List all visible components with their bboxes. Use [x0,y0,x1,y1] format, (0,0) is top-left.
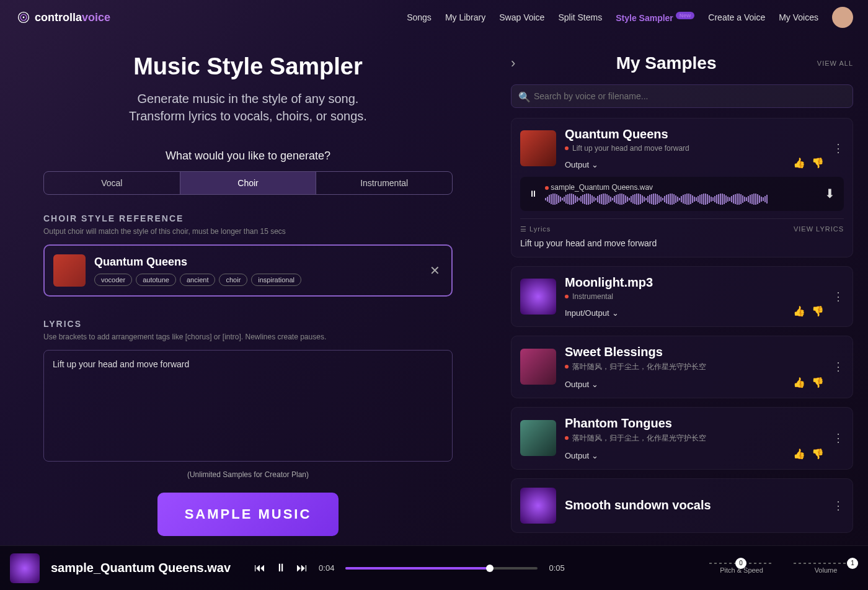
nav-songs[interactable]: Songs [407,12,432,22]
chip-choir: choir [219,274,247,286]
sample-title: Moonlight.mp3 [565,275,824,290]
sample-card: Moonlight.mp3 Instrumental Input/Output … [511,266,853,327]
lyrics-section: ☰ Lyrics VIEW LYRICS Lift up your head a… [520,218,844,248]
page-subtitle-2: Transform lyrics to vocals, choirs, or s… [43,107,453,125]
sample-title: Phantom Tongues [565,416,824,431]
download-icon[interactable]: ⬇ [825,186,835,201]
top-header: controllavoice SongsMy LibrarySwap Voice… [0,0,868,35]
tab-choir[interactable]: Choir [180,172,316,194]
new-badge: New [676,12,695,19]
more-icon[interactable]: ⋮ [833,360,844,373]
more-icon[interactable]: ⋮ [833,431,844,445]
sample-card: Phantom Tongues 落叶随风，归于尘土，化作星光守护长空 Outpu… [511,407,853,470]
prev-track-icon[interactable]: ⏮ [254,561,265,574]
time-duration: 0:05 [549,563,564,573]
search-wrap: 🔍 [511,84,853,118]
reference-section-sub: Output choir will match the style of thi… [43,227,453,236]
generator-panel: Music Style Sampler Generate music in th… [0,35,496,545]
sample-output-toggle[interactable]: Output ⌄ [565,451,598,460]
nav-swap-voice[interactable]: Swap Voice [499,12,544,22]
sample-thumbnail [520,420,556,456]
page-subtitle-1: Generate music in the style of any song. [43,90,453,107]
pause-icon[interactable]: ⏸ [529,189,538,199]
sample-output-toggle[interactable]: Input/Output ⌄ [565,308,619,318]
nav-create-a-voice[interactable]: Create a Voice [708,12,765,22]
thumbs-down-icon[interactable]: 👎 [812,377,824,388]
tab-vocal[interactable]: Vocal [44,172,180,194]
waveform-row: ⏸ sample_Quantum Queens.wav ⬇ [520,177,844,211]
waveform-visual[interactable] [545,194,817,205]
nav-my-library[interactable]: My Library [445,12,485,22]
more-icon[interactable]: ⋮ [833,499,844,512]
sample-card: Sweet Blessings 落叶随风，归于尘土，化作星光守护长空 Outpu… [511,336,853,398]
search-input[interactable] [511,84,853,108]
search-icon: 🔍 [518,91,531,103]
chevron-down-icon: ⌄ [591,451,598,460]
main-nav: SongsMy LibrarySwap VoiceSplit StemsStyl… [407,7,853,28]
samples-title: My Samples [524,53,808,73]
lyrics-input[interactable] [43,350,453,462]
nav-style-sampler[interactable]: Style SamplerNew [616,12,694,23]
thumbs-down-icon[interactable]: 👎 [812,305,824,317]
reference-section-title: CHOIR STYLE REFERENCE [43,213,453,223]
sample-output-toggle[interactable]: Output ⌄ [565,160,598,169]
lyric-line: Lift up your head and move forward [520,238,844,248]
transport-controls: ⏮ ⏸ ⏭ [254,561,308,574]
chevron-right-icon[interactable]: › [511,55,515,71]
sample-thumbnail [520,488,556,524]
lyrics-section-sub: Use brackets to add arrangement tags lik… [43,333,453,341]
volume-knob[interactable]: 1 [847,558,858,569]
pitch-slider[interactable]: 0 [709,563,774,564]
chevron-down-icon: ⌄ [612,308,619,318]
sample-title: Quantum Queens [565,127,824,141]
volume-slider[interactable]: 1 [794,563,858,564]
more-icon[interactable]: ⋮ [833,290,844,303]
player-bar: sample_Quantum Queens.wav ⏮ ⏸ ⏭ 0:04 0:0… [0,545,868,590]
view-all-link[interactable]: VIEW ALL [817,60,853,67]
play-pause-icon[interactable]: ⏸ [275,561,286,574]
page-title: Music Style Sampler [43,53,453,80]
reference-body: Quantum Queens vocoderautotuneancientcho… [94,256,418,286]
sample-subtitle: Lift up your head and move forward [565,144,824,153]
lyrics-label: ☰ Lyrics [520,225,551,233]
sample-thumbnail [520,130,556,166]
main-content: Music Style Sampler Generate music in th… [0,35,868,545]
svg-point-2 [23,17,25,19]
next-track-icon[interactable]: ⏭ [296,561,308,574]
thumbs-down-icon[interactable]: 👎 [812,448,824,460]
sample-card: Smooth sundown vocals ⋮ [511,478,853,533]
sample-thumbnail [520,349,556,385]
progress-handle[interactable] [486,565,494,572]
lyrics-section-title: LYRICS [43,319,453,329]
thumbs-up-icon[interactable]: 👍 [793,157,805,169]
waveform-filename: sample_Quantum Queens.wav [545,183,817,192]
reference-chips: vocoderautotuneancientchoirinspirational [94,274,418,286]
pitch-speed-control: 0 Pitch & Speed [709,563,774,574]
thumbs-up-icon[interactable]: 👍 [793,448,805,460]
generate-question: What would you like to generate? [43,150,453,163]
close-icon[interactable]: ✕ [427,261,443,280]
progress-bar[interactable] [345,567,538,570]
logo[interactable]: controllavoice [15,9,110,26]
sample-thumbnail [520,279,556,315]
thumbs-down-icon[interactable]: 👎 [812,157,824,169]
nav-split-stems[interactable]: Split Stems [558,12,602,22]
sample-title: Sweet Blessings [565,345,824,359]
thumbs-up-icon[interactable]: 👍 [793,377,805,388]
thumbs-up-icon[interactable]: 👍 [793,305,805,317]
nav-my-voices[interactable]: My Voices [779,12,818,22]
tab-instrumental[interactable]: Instrumental [316,172,452,194]
view-lyrics-link[interactable]: VIEW LYRICS [794,225,844,233]
sample-title: Smooth sundown vocals [565,498,824,512]
plan-note: (Unlimited Samples for Creator Plan) [43,470,453,479]
user-avatar[interactable] [832,7,853,28]
more-icon[interactable]: ⋮ [833,141,844,155]
samples-panel: › My Samples VIEW ALL 🔍 Quantum Queens L… [496,35,868,545]
chip-inspirational: inspirational [251,274,301,286]
mode-tabs: VocalChoirInstrumental [43,171,453,195]
reference-thumbnail [53,254,86,287]
pitch-knob[interactable]: 0 [735,558,746,569]
sample-music-button[interactable]: SAMPLE MUSIC [157,493,339,536]
samples-header: › My Samples VIEW ALL [511,53,853,73]
sample-output-toggle[interactable]: Output ⌄ [565,380,598,389]
